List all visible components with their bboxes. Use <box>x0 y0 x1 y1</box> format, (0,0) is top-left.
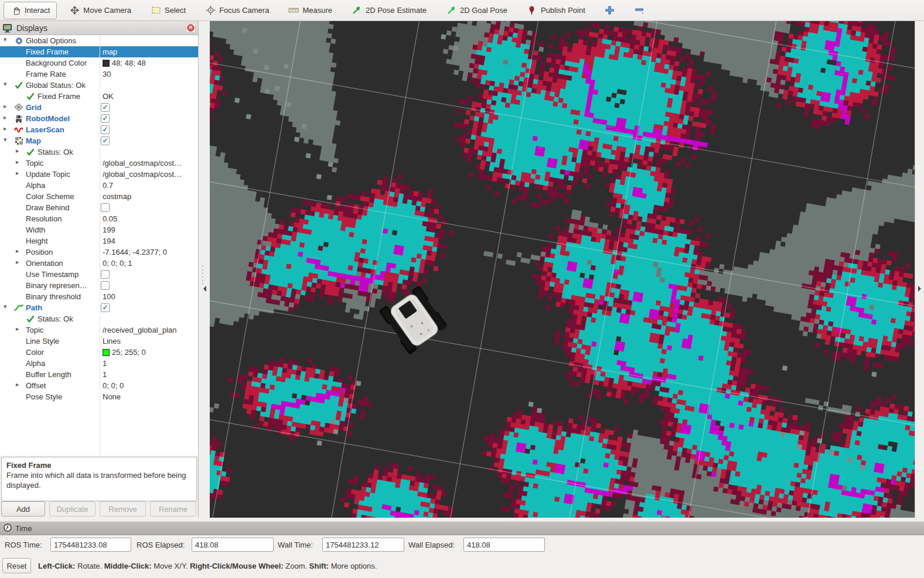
field-input[interactable] <box>50 538 131 552</box>
collapse-arrow-icon[interactable]: ▾ <box>4 136 7 143</box>
tree-row-laserscan[interactable]: ▸LaserScan✓ <box>0 124 198 135</box>
tree-row-line-style[interactable]: Line StyleLines <box>0 336 198 347</box>
tree-row-binary-represen-[interactable]: Binary represen… <box>0 280 198 291</box>
displays-panel-titlebar[interactable]: Displays ✕ <box>0 21 198 35</box>
property-value[interactable]: /global_costmap/cost… <box>103 170 182 179</box>
property-value[interactable]: 0.05 <box>103 214 117 223</box>
tree-row-update-topic[interactable]: ▸Update Topic/global_costmap/cost… <box>0 169 198 180</box>
checkbox-unchecked[interactable] <box>101 203 110 212</box>
tree-row-binary-threshold[interactable]: Binary threshold100 <box>0 291 198 302</box>
tree-row-path[interactable]: ▾Path✓ <box>0 302 198 313</box>
checkbox-checked[interactable]: ✓ <box>101 136 110 145</box>
tree-row-alpha[interactable]: Alpha1 <box>0 358 198 369</box>
tree-row-background-color[interactable]: Background Color48; 48; 48 <box>0 57 198 69</box>
checkbox-checked[interactable]: ✓ <box>101 303 110 312</box>
tool-plus-button[interactable] <box>598 2 622 19</box>
tree-row-offset[interactable]: ▸Offset0; 0; 0 <box>0 380 198 391</box>
property-value[interactable]: OK <box>103 92 114 101</box>
tree-row-buffer-length[interactable]: Buffer Length1 <box>0 369 198 380</box>
property-value[interactable]: -7.1644; -4.2377; 0 <box>103 248 167 256</box>
tool-move-camera-button[interactable]: Move Camera <box>62 2 138 19</box>
expand-arrow-icon[interactable]: ▸ <box>16 147 19 155</box>
reset-button[interactable]: Reset <box>2 558 31 573</box>
tool-publish-point-button[interactable]: Publish Point <box>520 2 592 19</box>
tree-row-global-status-ok[interactable]: ▾Global Status: Ok <box>0 80 198 91</box>
add-button[interactable]: Add <box>1 501 45 517</box>
property-value[interactable]: 1 <box>103 359 107 368</box>
property-value[interactable]: 0; 0; 0; 1 <box>103 259 132 268</box>
property-value[interactable]: None <box>103 392 121 401</box>
tree-row-height[interactable]: Height194 <box>0 235 198 247</box>
close-icon[interactable]: ✕ <box>186 23 196 33</box>
expand-arrow-icon[interactable]: ▸ <box>4 102 7 110</box>
tree-row-topic[interactable]: ▸Topic/global_costmap/cost… <box>0 158 198 169</box>
expand-arrow-icon[interactable]: ▸ <box>16 169 19 177</box>
splitter-handle[interactable] <box>202 266 203 287</box>
tool-2d-goal-pose-button[interactable]: 2D Goal Pose <box>439 2 514 19</box>
expand-arrow-icon[interactable]: ▸ <box>16 325 19 333</box>
tree-row-use-timestamp[interactable]: Use Timestamp <box>0 269 198 280</box>
tree-row-width[interactable]: Width199 <box>0 224 198 235</box>
render-viewport[interactable] <box>210 21 915 518</box>
property-value[interactable]: 25; 255; 0 <box>103 348 146 357</box>
property-value[interactable]: 48; 48; 48 <box>103 59 146 67</box>
tree-row-grid[interactable]: ▸Grid✓ <box>0 102 198 113</box>
tool-minus-button[interactable] <box>628 2 652 19</box>
property-value[interactable]: /received_global_plan <box>103 326 176 334</box>
right-splitter[interactable] <box>915 21 924 518</box>
tree-row-fixed-frame[interactable]: Fixed Framemap <box>0 46 198 57</box>
tree-column-divider[interactable] <box>100 35 100 456</box>
tree-row-draw-behind[interactable]: Draw Behind <box>0 202 198 213</box>
tree-row-global-options[interactable]: ▾Global Options <box>0 35 198 46</box>
collapse-arrow-icon[interactable]: ▾ <box>4 303 7 310</box>
collapse-arrow-icon[interactable]: ▾ <box>4 80 7 88</box>
property-value[interactable]: 194 <box>103 237 115 245</box>
tool-2d-pose-estimate-button[interactable]: 2D Pose Estimate <box>345 2 434 19</box>
property-value[interactable]: 0.7 <box>103 181 113 190</box>
expand-arrow-icon[interactable]: ▸ <box>16 158 19 166</box>
time-panel-titlebar[interactable]: Time <box>0 521 924 535</box>
field-input[interactable] <box>192 538 274 552</box>
tool-focus-camera-button[interactable]: Focus Camera <box>198 2 276 19</box>
expand-right-icon[interactable] <box>918 286 921 292</box>
expand-arrow-icon[interactable]: ▸ <box>4 125 7 132</box>
costmap-canvas[interactable] <box>210 21 915 518</box>
checkbox-checked[interactable]: ✓ <box>101 103 110 112</box>
tree-row-color[interactable]: Color25; 255; 0 <box>0 347 198 358</box>
tree-row-frame-rate[interactable]: Frame Rate30 <box>0 69 198 80</box>
property-value[interactable]: map <box>103 47 117 56</box>
tree-row-status-ok[interactable]: Status: Ok <box>0 313 198 324</box>
tree-row-map[interactable]: ▾Map✓ <box>0 135 198 146</box>
checkbox-checked[interactable]: ✓ <box>101 114 110 123</box>
property-value[interactable]: 30 <box>103 70 111 78</box>
tree-row-resolution[interactable]: Resolution0.05 <box>0 213 198 224</box>
tree-row-robotmodel[interactable]: ▸RobotModel✓ <box>0 113 198 124</box>
tree-row-status-ok[interactable]: ▸Status: Ok <box>0 146 198 158</box>
expand-arrow-icon[interactable]: ▸ <box>16 381 19 388</box>
property-value[interactable]: 100 <box>103 292 115 301</box>
property-value[interactable]: 0; 0; 0 <box>103 381 124 390</box>
tree-row-fixed-frame[interactable]: Fixed FrameOK <box>0 91 198 102</box>
property-value[interactable]: 199 <box>103 225 115 234</box>
tree-row-color-scheme[interactable]: Color Schemecostmap <box>0 191 198 202</box>
tree-row-pose-style[interactable]: Pose StyleNone <box>0 391 198 402</box>
tree-row-topic[interactable]: ▸Topic/received_global_plan <box>0 324 198 336</box>
tool-interact-button[interactable]: Interact <box>4 2 57 19</box>
tree-row-position[interactable]: ▸Position-7.1644; -4.2377; 0 <box>0 247 198 258</box>
checkbox-unchecked[interactable] <box>101 281 110 290</box>
expand-arrow-icon[interactable]: ▸ <box>16 258 19 266</box>
expand-arrow-icon[interactable]: ▸ <box>4 114 7 121</box>
collapse-arrow-icon[interactable]: ▾ <box>4 36 7 43</box>
property-value[interactable]: costmap <box>103 192 131 201</box>
field-input[interactable] <box>463 538 545 552</box>
expand-arrow-icon[interactable]: ▸ <box>16 247 19 255</box>
tool-select-button[interactable]: Select <box>144 2 193 19</box>
property-value[interactable]: /global_costmap/cost… <box>103 159 182 167</box>
left-splitter[interactable] <box>199 21 210 518</box>
property-value[interactable]: Lines <box>103 337 121 346</box>
field-input[interactable] <box>322 538 404 552</box>
checkbox-unchecked[interactable] <box>101 270 110 279</box>
checkbox-checked[interactable]: ✓ <box>101 125 110 134</box>
property-value[interactable]: 1 <box>103 370 107 379</box>
tree-row-orientation[interactable]: ▸Orientation0; 0; 0; 1 <box>0 258 198 269</box>
